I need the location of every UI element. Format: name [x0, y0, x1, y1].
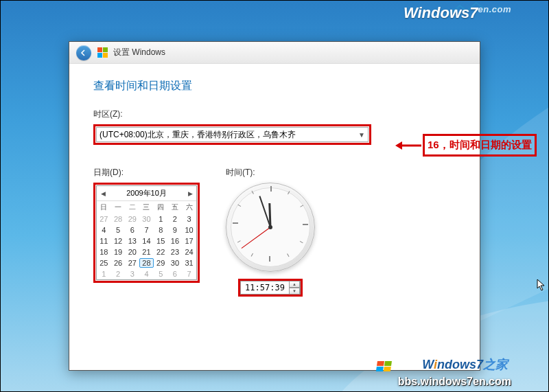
- calendar-day[interactable]: 30: [139, 214, 154, 224]
- time-highlight-box: 11:57:39 ▲ ▼: [238, 279, 303, 297]
- calendar-day[interactable]: 4: [139, 268, 154, 279]
- windows-icon: [97, 47, 108, 58]
- calendar-month-label: 2009年10月: [126, 188, 167, 198]
- time-down-button[interactable]: ▼: [289, 288, 300, 295]
- calendar-day[interactable]: 29: [154, 257, 168, 268]
- timezone-select[interactable]: (UTC+08:00)北京，重庆，香港特别行政区，乌鲁木齐 ▼: [96, 127, 369, 142]
- calendar-day[interactable]: 6: [125, 224, 139, 235]
- clock-center-pin: [268, 225, 272, 229]
- annotation-text: 16，时间和日期的设置: [423, 134, 537, 157]
- time-spinner[interactable]: 11:57:39 ▲ ▼: [240, 281, 301, 295]
- timezone-value: (UTC+08:00)北京，重庆，香港特别行政区，乌鲁木齐: [100, 129, 296, 141]
- calendar-day[interactable]: 1: [154, 214, 168, 224]
- calendar-day[interactable]: 9: [168, 224, 183, 235]
- calendar-day[interactable]: 2: [168, 214, 183, 224]
- calendar-day[interactable]: 24: [182, 246, 196, 257]
- calendar-day[interactable]: 4: [97, 224, 111, 235]
- calendar-day[interactable]: 20: [125, 246, 139, 257]
- calendar-day[interactable]: 14: [139, 235, 154, 246]
- svg-marker-1: [395, 141, 402, 150]
- calendar-day[interactable]: 7: [139, 224, 154, 235]
- window-title: 设置 Windows: [113, 47, 165, 58]
- day-header: 二: [125, 201, 139, 214]
- calendar-day[interactable]: 18: [97, 246, 111, 257]
- calendar-day[interactable]: 5: [111, 224, 126, 235]
- calendar-highlight-box: ◀ 2009年10月 ▶ 日一二三四五六27282930123456789101…: [93, 183, 200, 283]
- timezone-label: 时区(Z):: [93, 108, 456, 120]
- calendar-day[interactable]: 26: [111, 257, 126, 268]
- calendar-day[interactable]: 3: [182, 214, 196, 224]
- calendar-day[interactable]: 10: [182, 224, 196, 235]
- mouse-cursor: [537, 279, 546, 294]
- day-header: 日: [97, 201, 111, 214]
- calendar-day[interactable]: 15: [154, 235, 168, 246]
- next-month-button[interactable]: ▶: [187, 190, 194, 197]
- setup-window: 设置 Windows 查看时间和日期设置 时区(Z): (UTC+08:00)北…: [69, 41, 480, 371]
- window-header: 设置 Windows: [69, 42, 480, 64]
- chevron-down-icon: ▼: [358, 131, 365, 139]
- calendar-day[interactable]: 12: [111, 235, 126, 246]
- windows-flag-icon: [375, 360, 392, 371]
- calendar-day[interactable]: 1: [97, 268, 111, 279]
- calendar-day[interactable]: 6: [168, 268, 183, 279]
- calendar-day[interactable]: 29: [125, 214, 139, 224]
- calendar-day[interactable]: 21: [139, 246, 154, 257]
- time-label: 时间(T):: [226, 167, 315, 178]
- calendar-day[interactable]: 23: [168, 246, 183, 257]
- calendar-day[interactable]: 16: [168, 235, 183, 246]
- analog-clock: [226, 183, 315, 272]
- day-header: 一: [111, 201, 126, 214]
- calendar-day[interactable]: 2: [111, 268, 126, 279]
- page-heading: 查看时间和日期设置: [93, 79, 456, 93]
- calendar: ◀ 2009年10月 ▶ 日一二三四五六27282930123456789101…: [96, 185, 197, 280]
- calendar-day[interactable]: 27: [125, 257, 139, 268]
- day-header: 六: [182, 201, 196, 214]
- day-header: 五: [168, 201, 183, 214]
- calendar-day[interactable]: 11: [97, 235, 111, 246]
- back-button[interactable]: [76, 45, 91, 60]
- calendar-day[interactable]: 8: [154, 224, 168, 235]
- bottom-watermark-url: bbs.windows7en.com: [398, 376, 511, 388]
- calendar-day[interactable]: 28: [111, 214, 126, 224]
- bottom-watermark-logo: Windows7之家: [422, 356, 508, 373]
- date-label: 日期(D):: [93, 167, 200, 178]
- calendar-day[interactable]: 28: [139, 257, 154, 268]
- calendar-day[interactable]: 7: [182, 268, 196, 279]
- calendar-day[interactable]: 17: [182, 235, 196, 246]
- calendar-day[interactable]: 25: [97, 257, 111, 268]
- calendar-day[interactable]: 13: [125, 235, 139, 246]
- calendar-day[interactable]: 5: [154, 268, 168, 279]
- calendar-day[interactable]: 30: [168, 257, 183, 268]
- annotation-arrow: 16，时间和日期的设置: [395, 134, 537, 157]
- timezone-highlight-box: (UTC+08:00)北京，重庆，香港特别行政区，乌鲁木齐 ▼: [93, 124, 371, 145]
- calendar-day[interactable]: 19: [111, 246, 126, 257]
- top-watermark-logo: Windows7en.com: [404, 4, 511, 22]
- prev-month-button[interactable]: ◀: [100, 190, 106, 197]
- time-value[interactable]: 11:57:39: [241, 283, 289, 292]
- calendar-day[interactable]: 31: [182, 257, 196, 268]
- day-header: 四: [154, 201, 168, 214]
- time-up-button[interactable]: ▲: [289, 281, 300, 288]
- calendar-day[interactable]: 22: [154, 246, 168, 257]
- calendar-day[interactable]: 3: [125, 268, 139, 279]
- calendar-day[interactable]: 27: [97, 214, 111, 224]
- day-header: 三: [139, 201, 154, 214]
